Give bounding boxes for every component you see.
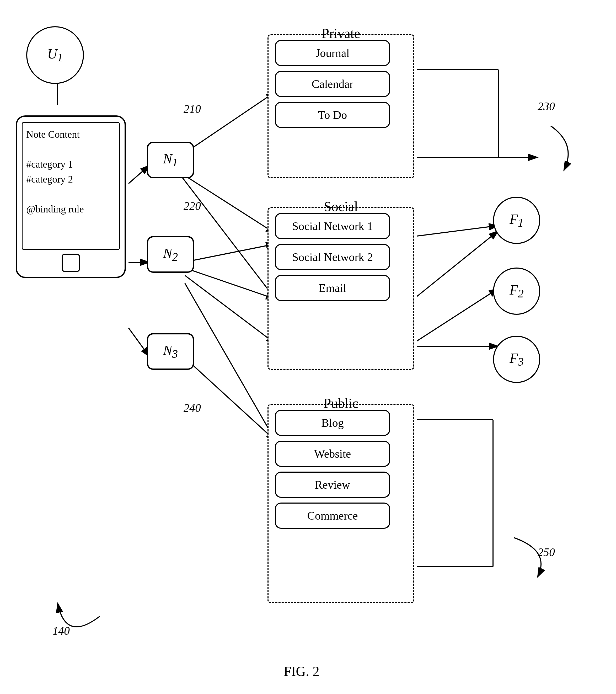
svg-line-16 [417, 231, 498, 296]
public-title: Public [323, 396, 358, 411]
note-content-line1: Note Content [26, 127, 115, 142]
friend-f1-label: F1 [509, 212, 523, 229]
note-category2: #category 2 [26, 172, 115, 187]
svg-line-9 [184, 357, 275, 441]
note-content-line2 [26, 142, 115, 157]
commerce-item: Commerce [275, 503, 390, 529]
label-230: 230 [538, 100, 555, 113]
review-item: Review [275, 472, 390, 498]
friend-f3-label: F3 [509, 350, 523, 368]
svg-line-5 [184, 244, 275, 262]
phone-button [62, 254, 80, 272]
friend-f3: F3 [493, 336, 540, 383]
svg-line-17 [417, 289, 498, 341]
node-n2-label: N2 [163, 245, 178, 263]
node-n1-label: N1 [163, 151, 178, 169]
blog-item: Blog [275, 410, 390, 436]
node-n3-label: N3 [163, 343, 178, 360]
svg-line-15 [417, 225, 498, 236]
user-circle: U1 [26, 26, 84, 84]
note-category1: #category 1 [26, 157, 115, 172]
user-label: U1 [47, 46, 63, 64]
svg-line-7 [185, 275, 275, 344]
node-n1: N1 [147, 142, 194, 178]
private-group: Private Journal Calendar To Do [267, 34, 414, 178]
svg-line-22 [129, 165, 149, 184]
friend-f2-label: F2 [509, 282, 523, 300]
social-group: Social Social Network 1 Social Network 2… [267, 207, 414, 370]
website-item: Website [275, 441, 390, 467]
svg-line-8 [181, 176, 275, 299]
node-n3: N3 [147, 333, 194, 370]
friend-f1: F1 [493, 197, 540, 244]
fig-caption: FIG. 2 [236, 663, 367, 679]
svg-line-6 [184, 268, 275, 299]
label-240: 240 [184, 401, 201, 415]
social-network-1-item: Social Network 1 [275, 213, 390, 239]
social-title: Social [324, 199, 358, 214]
phone-screen: Note Content #category 1 #category 2 @bi… [22, 122, 120, 250]
note-spacer [26, 187, 115, 202]
friend-f2: F2 [493, 268, 540, 315]
public-group: Public Blog Website Review Commerce [267, 404, 414, 603]
label-220: 220 [184, 199, 201, 213]
label-140: 140 [53, 624, 70, 638]
journal-item: Journal [275, 40, 390, 66]
social-network-2-item: Social Network 2 [275, 244, 390, 270]
label-210: 210 [184, 102, 201, 116]
email-item: Email [275, 275, 390, 301]
label-250: 250 [538, 546, 555, 559]
private-title: Private [321, 26, 360, 41]
calendar-item: Calendar [275, 71, 390, 97]
node-n2: N2 [147, 236, 194, 273]
todo-item: To Do [275, 102, 390, 128]
svg-line-24 [129, 328, 149, 357]
note-binding-rule: @binding rule [26, 202, 115, 217]
diagram: U1 Note Content #category 1 #category 2 … [0, 0, 616, 694]
phone: Note Content #category 1 #category 2 @bi… [16, 115, 126, 278]
svg-line-10 [185, 283, 275, 441]
